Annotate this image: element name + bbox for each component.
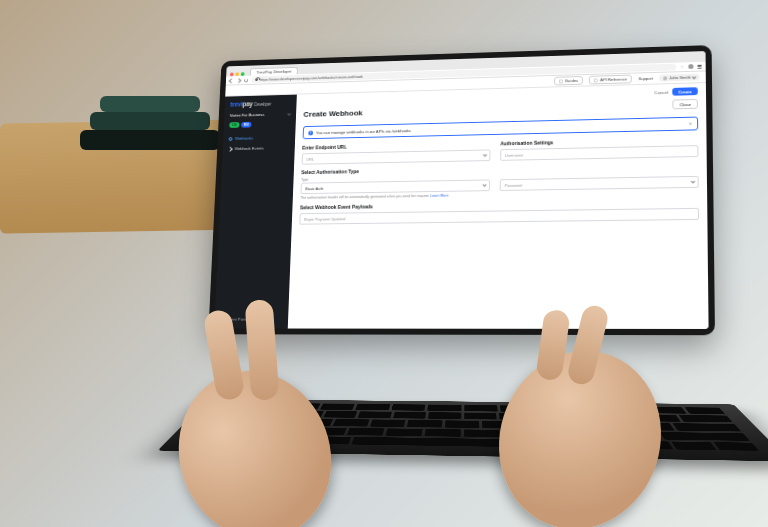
learn-more-link[interactable]: Learn More [430, 194, 448, 198]
sidebar: trevipay Developer Vortex For Business U… [214, 95, 297, 329]
user-name-label: John Smith [669, 75, 690, 80]
chevron-down-icon [483, 153, 487, 157]
user-menu[interactable]: John Smith [659, 74, 700, 82]
page-title: Create Webhook [303, 108, 362, 118]
profile-avatar-icon[interactable] [688, 64, 693, 69]
alert-close-icon[interactable]: × [689, 121, 692, 127]
reload-icon[interactable] [244, 78, 248, 82]
sidebar-item-webhook-events[interactable]: Webhook Events [222, 142, 295, 154]
guides-label: Guides [565, 78, 578, 83]
lock-icon [255, 78, 258, 81]
brand-suffix: pay [242, 100, 253, 107]
payload-option: Buyer Payment Updated [304, 216, 345, 221]
password-placeholder: Password [505, 182, 522, 187]
brand-prefix: trevi [230, 101, 242, 108]
event-icon [228, 147, 232, 151]
create-button[interactable]: Create [672, 87, 698, 95]
book-icon: ▢ [559, 79, 563, 84]
endpoint-url-input[interactable]: URL [302, 149, 491, 164]
main-content: Cancel Create Create Webhook Close i You… [288, 83, 709, 329]
eye-icon[interactable] [691, 179, 695, 183]
auth-type-select[interactable]: Basic Auth [300, 179, 490, 194]
url-placeholder: URL [306, 156, 314, 161]
alert-text: You can manage webhooks in our APIs via … [316, 128, 411, 135]
region-badge-eu: EU [241, 122, 251, 128]
username-placeholder: Username [505, 152, 523, 157]
api-reference-link[interactable]: ▢ API Reference [589, 75, 632, 85]
close-button[interactable]: Close [673, 99, 698, 109]
password-input[interactable]: Password [500, 176, 699, 191]
chevron-down-icon [692, 75, 696, 79]
cancel-button[interactable]: Cancel [654, 90, 668, 95]
browser-menu-icon[interactable] [698, 64, 702, 68]
info-icon: i [308, 130, 313, 135]
api-reference-label: API Reference [600, 77, 627, 83]
brand-sub: Developer [254, 102, 271, 107]
chevron-down-icon [482, 183, 486, 187]
webhook-icon [229, 137, 233, 141]
bookmark-icon[interactable]: ☆ [680, 64, 684, 69]
back-icon[interactable] [229, 78, 234, 83]
code-icon: ▢ [594, 77, 598, 82]
chevron-down-icon [287, 112, 291, 116]
payload-select[interactable]: Buyer Payment Updated [299, 208, 699, 225]
username-input[interactable]: Username [500, 145, 698, 161]
sidebar-item-label: Webhook Events [235, 146, 264, 151]
guides-link[interactable]: ▢ Guides [554, 76, 583, 85]
company-switcher[interactable]: Vortex For Business [224, 109, 296, 121]
region-badge-us: US [229, 122, 239, 128]
support-link[interactable]: Support [638, 76, 653, 81]
user-avatar-icon [663, 76, 667, 80]
auth-helper-text: The authorisation header will be automat… [300, 193, 490, 200]
sidebar-item-label: Webhooks [235, 136, 253, 141]
auth-type-value: Basic Auth [305, 186, 323, 191]
forward-icon[interactable] [236, 78, 241, 83]
info-alert: i You can manage webhooks in our APIs vi… [303, 117, 699, 140]
company-name: Vortex For Business [230, 112, 265, 118]
url-text: https://www.developer.trevipay.com/webho… [260, 74, 363, 82]
